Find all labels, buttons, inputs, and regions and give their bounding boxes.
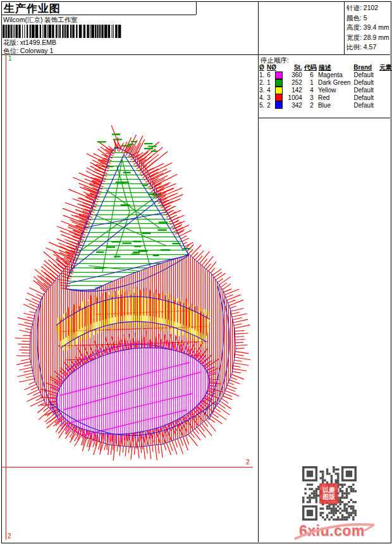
table-row: 3.4 1424 YellowDefault [259, 87, 389, 94]
divider-title-right [196, 1, 197, 15]
color-swatch [275, 87, 283, 94]
divider-table-bottom [258, 118, 390, 118]
color-swatch [275, 101, 283, 109]
pattern-file-value: xt1499.EMB [20, 39, 56, 46]
page-title: 生产作业图 [4, 1, 61, 16]
pattern-file-label: 花版: xt1499.EMB [3, 39, 56, 47]
table-row: 5.2 3422 BlueDefault [259, 101, 389, 109]
colorway-value: Colorway 1 [20, 47, 54, 54]
table-header-row: Ø NØ St. 代码 描述 Brand 元素 [259, 63, 389, 71]
table-row: 2.1 2521 Dark GreenDefault [259, 79, 389, 87]
stat-stitches: 针迹: 2102 [346, 3, 389, 13]
divider-right-column [258, 1, 259, 542]
start-marker-label: 1 [8, 56, 12, 62]
stat-colors: 颜色: 5 [346, 13, 389, 23]
end-marker-label-bottom: 2 [8, 533, 11, 540]
stat-scale: 比例: 4.57 [346, 42, 389, 53]
stop-sequence-table: Ø NØ St. 代码 描述 Brand 元素 1.6 3606 Magenta… [259, 63, 389, 109]
stat-width: 宽度: 28.9 mm [346, 33, 389, 43]
end-marker-hline [2, 467, 253, 467]
color-swatch [275, 79, 283, 87]
color-swatch [275, 71, 283, 79]
end-marker-label-right: 2 [246, 459, 250, 466]
table-row: 1.6 3606 MagentaDefault [259, 71, 389, 79]
color-swatch [275, 94, 283, 101]
divider-stats [344, 1, 345, 54]
stat-height: 高度: 39.4 mm [346, 23, 389, 33]
qr-seal: 以趣 图版 [319, 483, 338, 504]
colorway-label: 色位: Colorway 1 [3, 47, 53, 56]
barcode [3, 25, 125, 38]
design-stats: 针迹: 2102 颜色: 5 高度: 39.4 mm 宽度: 28.9 mm 比… [346, 3, 389, 53]
studio-subtitle: Wilcom(汇京) 装饰工作室 [3, 16, 78, 25]
site-swoosh [292, 516, 388, 543]
divider-header [1, 54, 390, 55]
table-row: 4.3 10043 RedDefault [259, 94, 389, 101]
